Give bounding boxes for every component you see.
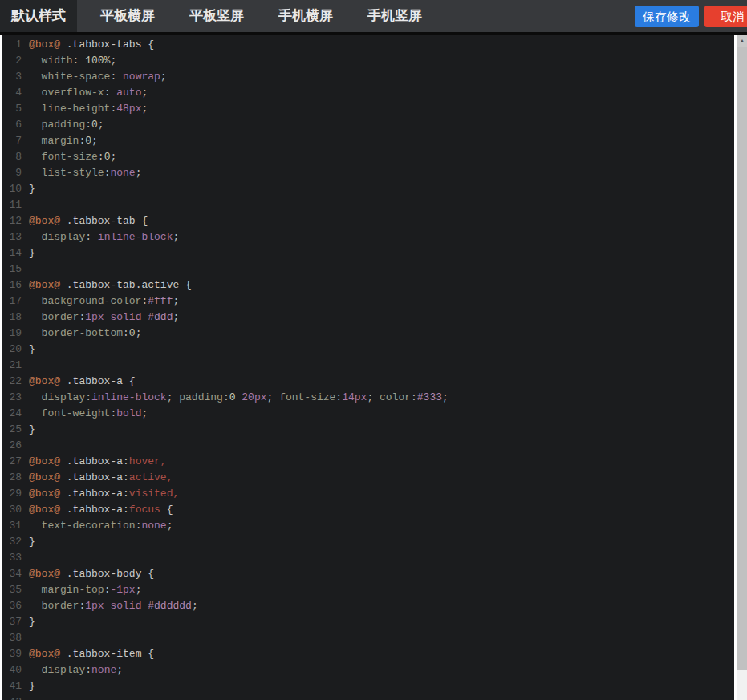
code-token-op: ; — [173, 311, 179, 323]
code-line: 16@box@ .tabbox-tab.active { — [2, 277, 734, 293]
code-token-prop: display — [29, 231, 85, 243]
code-token-num: 0 — [91, 119, 98, 131]
line-number: 2 — [2, 53, 22, 69]
code-token-prop: overflow-x — [29, 87, 104, 99]
code-line: 6 padding:0; — [2, 117, 734, 133]
line-number: 25 — [2, 422, 22, 438]
code-token-kw: none — [141, 520, 166, 532]
code-token-prop: font-size — [29, 151, 98, 163]
code-line: 1@box@ .tabbox-tabs { — [2, 37, 734, 53]
code-line: 30@box@ .tabbox-a:focus { — [2, 502, 734, 518]
tab-default-style[interactable]: 默认样式 — [0, 0, 77, 32]
line-number: 30 — [2, 502, 22, 518]
tab-bar: 默认样式平板横屏平板竖屏手机横屏手机竖屏 — [0, 0, 445, 32]
code-token-prop: white-space — [29, 71, 110, 83]
code-token-sel: } — [29, 536, 35, 548]
code-token-kw: 14px — [342, 391, 367, 403]
code-token-op: : — [104, 87, 117, 99]
code-token-op: : — [85, 391, 91, 403]
line-number: 19 — [2, 326, 22, 342]
scrollbar-thumb[interactable] — [737, 47, 747, 670]
tab-phone-portrait[interactable]: 手机竖屏 — [356, 0, 433, 32]
line-number: 6 — [2, 117, 22, 133]
code-token-op: : — [411, 391, 417, 403]
code-token-sel: .tabbox-a: — [60, 504, 129, 516]
code-token-prop: background-color — [29, 295, 141, 307]
code-token-sel: { — [160, 504, 173, 516]
tab-tablet-portrait[interactable]: 平板竖屏 — [178, 0, 255, 32]
code-token-at: @box@ — [29, 279, 60, 291]
code-token-num: 0 — [229, 391, 242, 403]
line-number: 39 — [2, 646, 22, 662]
scrollbar-up-button[interactable]: ▲ — [737, 35, 747, 47]
code-token-num: 0 — [129, 327, 136, 339]
line-number: 36 — [2, 598, 22, 614]
code-token-op: : — [223, 391, 229, 403]
code-token-at: @box@ — [29, 215, 60, 227]
code-line: 27@box@ .tabbox-a:hover, — [2, 454, 734, 470]
scrollbar-track[interactable]: ▲ — [737, 35, 747, 700]
code-token-prop: line-height — [29, 103, 110, 115]
code-token-prop: color — [380, 391, 411, 403]
save-changes-button[interactable]: 保存修改 — [635, 6, 699, 27]
code-line: 19 border-bottom:0; — [2, 326, 734, 342]
code-token-prop: margin-top — [29, 584, 104, 596]
code-line: 42 — [2, 694, 734, 700]
code-line: 34@box@ .tabbox-body { — [2, 566, 734, 582]
code-line: 15 — [2, 261, 734, 277]
code-token-at: @box@ — [29, 38, 60, 51]
tab-phone-landscape[interactable]: 手机横屏 — [267, 0, 344, 32]
code-area[interactable]: 1@box@ .tabbox-tabs {2 width: 100%;3 whi… — [2, 35, 734, 700]
code-line: 7 margin:0; — [2, 133, 734, 149]
code-token-kw: auto — [116, 87, 141, 99]
line-number: 23 — [2, 390, 22, 406]
line-number: 14 — [2, 245, 22, 261]
code-token-sel: } — [29, 616, 35, 628]
code-token-op: ; — [442, 391, 449, 403]
code-token-op: ; — [136, 167, 142, 179]
code-token-op: ; — [98, 119, 104, 131]
code-token-prop: list-style — [29, 167, 104, 179]
code-line: 3 white-space: nowrap; — [2, 69, 734, 85]
code-token-sel: .tabbox-a: — [60, 455, 129, 467]
code-token-op: : — [335, 391, 342, 403]
code-line: 38 — [2, 630, 734, 646]
css-code-editor[interactable]: 1@box@ .tabbox-tabs {2 width: 100%;3 whi… — [0, 35, 737, 700]
code-line: 11 — [2, 197, 734, 213]
code-token-kw: nowrap — [123, 71, 160, 83]
code-token-sel: .tabbox-tabs { — [60, 38, 154, 51]
code-line: 13 display: inline-block; — [2, 229, 734, 245]
code-token-op: : — [85, 231, 98, 243]
code-token-pseudo: visited, — [129, 488, 179, 500]
code-token-op: : — [123, 327, 129, 339]
code-token-pseudo: hover, — [129, 455, 167, 467]
code-token-sel: .tabbox-a: — [60, 471, 129, 484]
line-number: 34 — [2, 566, 22, 582]
topbar-divider — [0, 32, 747, 35]
code-token-prop: display — [29, 391, 85, 403]
code-token-num: 0 — [85, 135, 91, 147]
code-token-op: ; — [160, 71, 167, 83]
code-token-kw: 1px solid — [85, 311, 141, 323]
code-token-op: ; — [141, 103, 148, 115]
code-token-at: @box@ — [29, 455, 60, 467]
code-line: 17 background-color:#fff; — [2, 293, 734, 310]
code-token-prop: border-bottom — [29, 327, 123, 339]
code-token-op: : — [85, 664, 91, 676]
code-token-pseudo: active, — [129, 471, 173, 484]
code-line: 36 border:1px solid #dddddd; — [2, 598, 734, 614]
code-token-op: ; — [167, 391, 180, 403]
code-line: 39@box@ .tabbox-item { — [2, 646, 734, 662]
code-token-op: ; — [173, 231, 179, 243]
code-token-at: @box@ — [29, 504, 60, 516]
code-line: 4 overflow-x: auto; — [2, 85, 734, 101]
cancel-button[interactable]: 取消 — [704, 6, 747, 27]
code-line: 18 border:1px solid #ddd; — [2, 310, 734, 326]
line-number: 7 — [2, 133, 22, 149]
code-token-kw: none — [91, 664, 116, 676]
code-token-sel: .tabbox-a { — [60, 375, 136, 387]
code-token-num: 100% — [85, 55, 110, 67]
code-line: 41} — [2, 678, 734, 694]
code-token-pseudo: focus — [129, 504, 160, 516]
tab-tablet-landscape[interactable]: 平板横屏 — [89, 0, 166, 32]
